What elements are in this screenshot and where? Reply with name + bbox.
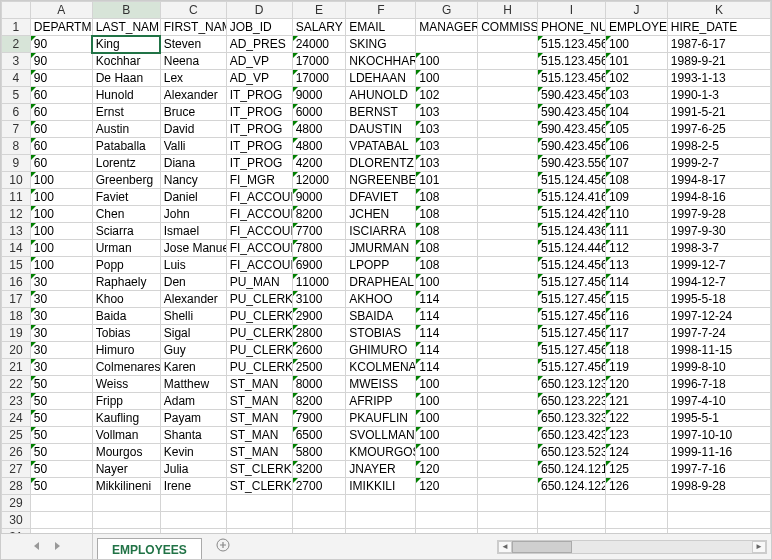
column-header-J[interactable]: J [606, 2, 668, 19]
cell[interactable]: BERNST [346, 104, 416, 121]
cell[interactable]: 103 [416, 121, 478, 138]
row-header[interactable]: 17 [2, 291, 31, 308]
cell[interactable]: Payam [160, 410, 226, 427]
cell[interactable]: 650.124.1224 [537, 478, 605, 495]
column-header-G[interactable]: G [416, 2, 478, 19]
cell[interactable]: 110 [606, 206, 668, 223]
cell[interactable]: Irene [160, 478, 226, 495]
cell[interactable]: 1997-9-28 [667, 206, 770, 223]
cell[interactable]: 100 [416, 70, 478, 87]
cell[interactable]: DRAPHEAL [346, 274, 416, 291]
cell[interactable]: Kochhar [92, 53, 160, 70]
cell[interactable]: 108 [606, 172, 668, 189]
cell[interactable]: Ernst [92, 104, 160, 121]
row-header[interactable]: 2 [2, 36, 31, 53]
cell[interactable]: 8200 [292, 206, 346, 223]
cell[interactable]: 515.124.4269 [537, 206, 605, 223]
row-header[interactable]: 11 [2, 189, 31, 206]
cell[interactable] [478, 529, 538, 534]
cell[interactable]: 6500 [292, 427, 346, 444]
cell[interactable]: KCOLMENA [346, 359, 416, 376]
cell[interactable]: Karen [160, 359, 226, 376]
row-header[interactable]: 9 [2, 155, 31, 172]
cell[interactable]: 100 [30, 240, 92, 257]
cell[interactable]: Nancy [160, 172, 226, 189]
cell[interactable]: Mikkilineni [92, 478, 160, 495]
select-all-corner[interactable] [2, 2, 31, 19]
cell[interactable] [478, 308, 538, 325]
cell[interactable]: ST_MAN [226, 376, 292, 393]
cell[interactable]: 590.423.4569 [537, 121, 605, 138]
cell[interactable]: 120 [606, 376, 668, 393]
cell[interactable]: 103 [416, 104, 478, 121]
cell[interactable]: 100 [30, 172, 92, 189]
cell[interactable]: 108 [416, 223, 478, 240]
cell[interactable]: Lorentz [92, 155, 160, 172]
cell[interactable]: EMPLOYEE_ID [606, 19, 668, 36]
cell[interactable]: 1998-9-28 [667, 478, 770, 495]
cell[interactable] [478, 461, 538, 478]
cell[interactable]: ST_MAN [226, 393, 292, 410]
row-header[interactable]: 7 [2, 121, 31, 138]
row-header[interactable]: 10 [2, 172, 31, 189]
cell[interactable]: 2900 [292, 308, 346, 325]
tab-employees[interactable]: EMPLOYEES [97, 538, 202, 560]
cell[interactable] [478, 189, 538, 206]
cell[interactable]: DLORENTZ [346, 155, 416, 172]
cell[interactable]: 123 [606, 427, 668, 444]
cell[interactable]: Nayer [92, 461, 160, 478]
cell[interactable]: Greenberg [92, 172, 160, 189]
cell[interactable]: 50 [30, 461, 92, 478]
cell[interactable]: 30 [30, 359, 92, 376]
row-header[interactable]: 3 [2, 53, 31, 70]
cell[interactable]: 7800 [292, 240, 346, 257]
cell[interactable]: FI_ACCOUNT [226, 223, 292, 240]
triangle-right-icon[interactable] [52, 540, 62, 554]
row-header[interactable]: 19 [2, 325, 31, 342]
cell[interactable] [478, 121, 538, 138]
cell[interactable] [478, 495, 538, 512]
cell[interactable]: 1987-6-17 [667, 36, 770, 53]
cell[interactable]: Mourgos [92, 444, 160, 461]
cell[interactable]: JNAYER [346, 461, 416, 478]
cell[interactable]: 114 [416, 342, 478, 359]
cell[interactable]: 8000 [292, 376, 346, 393]
cell[interactable]: MWEISS [346, 376, 416, 393]
cell[interactable]: 30 [30, 291, 92, 308]
cell[interactable]: 515.123.4568 [537, 53, 605, 70]
cell[interactable] [478, 410, 538, 427]
cell[interactable]: 515.127.4565 [537, 342, 605, 359]
cell[interactable] [478, 427, 538, 444]
row-header[interactable]: 24 [2, 410, 31, 427]
cell[interactable]: 90 [30, 70, 92, 87]
cell[interactable]: 1989-9-21 [667, 53, 770, 70]
cell[interactable] [478, 512, 538, 529]
cell[interactable]: 121 [606, 393, 668, 410]
cell[interactable]: LDEHAAN [346, 70, 416, 87]
cell[interactable] [478, 36, 538, 53]
cell[interactable]: 60 [30, 87, 92, 104]
cell[interactable]: PU_CLERK [226, 325, 292, 342]
row-header[interactable]: 6 [2, 104, 31, 121]
cell[interactable]: ST_MAN [226, 410, 292, 427]
cell[interactable]: 1998-2-5 [667, 138, 770, 155]
cell[interactable]: 50 [30, 478, 92, 495]
cell[interactable]: VPATABAL [346, 138, 416, 155]
cell[interactable]: 17000 [292, 70, 346, 87]
cell[interactable]: 1995-5-1 [667, 410, 770, 427]
cell[interactable]: 2600 [292, 342, 346, 359]
cell[interactable] [478, 104, 538, 121]
cell[interactable]: Popp [92, 257, 160, 274]
horizontal-scrollbar[interactable]: ◄ ► [497, 540, 767, 554]
cell[interactable]: 90 [30, 53, 92, 70]
cell[interactable]: FI_ACCOUNT [226, 240, 292, 257]
cell[interactable]: 50 [30, 393, 92, 410]
row-header[interactable]: 4 [2, 70, 31, 87]
cell[interactable] [292, 512, 346, 529]
cell[interactable]: 30 [30, 342, 92, 359]
row-header[interactable]: 22 [2, 376, 31, 393]
tab-nav-buttons[interactable] [1, 534, 93, 559]
cell[interactable]: DFAVIET [346, 189, 416, 206]
cell[interactable] [478, 291, 538, 308]
cell[interactable] [30, 495, 92, 512]
